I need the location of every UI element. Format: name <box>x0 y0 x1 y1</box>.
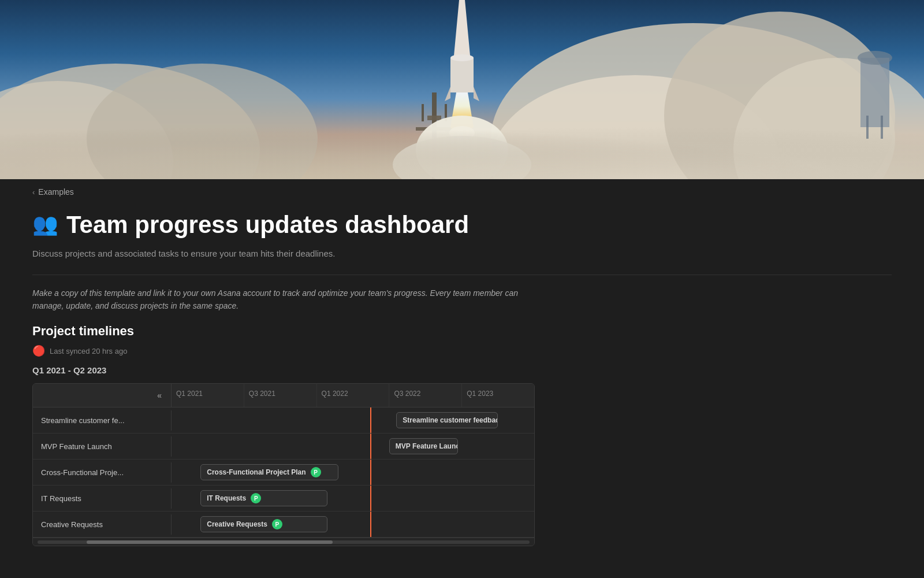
quarter-q1-2021: Q1 2021 <box>172 384 244 407</box>
task-label-mvp: MVP Feature Launch <box>396 442 458 450</box>
table-row: MVP Feature Launch MVP Feature Launch P <box>33 433 534 460</box>
scrollbar[interactable] <box>33 538 534 546</box>
svg-rect-27 <box>881 116 883 139</box>
section-title-timelines: Project timelines <box>32 324 892 339</box>
row-label-crossfunc[interactable]: Cross-Functional Proje... <box>33 462 172 483</box>
scrollbar-track[interactable] <box>38 540 530 544</box>
svg-point-15 <box>450 54 474 61</box>
svg-rect-14 <box>450 58 474 92</box>
task-bar-creative[interactable]: Creative Requests P <box>200 516 327 532</box>
svg-rect-24 <box>860 58 889 127</box>
page-subtitle: Discuss projects and associated tasks to… <box>32 243 892 272</box>
timeline-label-header: « <box>33 384 172 407</box>
quarter-q3-2022: Q3 2022 <box>389 384 462 407</box>
current-date-line <box>370 486 371 511</box>
quarter-q3-2021: Q3 2021 <box>244 384 317 407</box>
svg-rect-26 <box>866 116 869 139</box>
row-label-it[interactable]: IT Requests <box>33 488 172 509</box>
sync-icon: 🔴 <box>32 344 45 357</box>
table-row: Cross-Functional Proje... Cross-Function… <box>33 460 534 486</box>
scrollbar-thumb[interactable] <box>87 540 333 544</box>
breadcrumb-label[interactable]: Examples <box>38 187 73 197</box>
timeline-quarters: Q1 2021 Q3 2021 Q1 2022 Q3 2022 Q1 2023 <box>172 384 534 407</box>
breadcrumb[interactable]: ‹ Examples <box>32 179 892 202</box>
task-badge-creative: P <box>272 519 282 529</box>
hero-banner <box>0 0 924 179</box>
table-row: Streamline customer fe... Streamline cus… <box>33 407 534 433</box>
page-title: Team progress updates dashboard <box>66 212 469 238</box>
table-row: Creative Requests Creative Requests P <box>33 512 534 538</box>
breadcrumb-chevron-icon: ‹ <box>32 188 35 197</box>
page-description: Make a copy of this template and link it… <box>32 287 523 313</box>
row-timeline-streamline: Streamline customer feedback... P <box>172 407 534 433</box>
row-timeline-mvp: MVP Feature Launch P <box>172 433 534 459</box>
row-label-mvp[interactable]: MVP Feature Launch <box>33 436 172 457</box>
task-label-it: IT Requests <box>207 494 246 502</box>
date-range: Q1 2021 - Q2 2023 <box>32 365 892 375</box>
sync-info: 🔴 Last synced 20 hrs ago <box>32 344 892 357</box>
row-label-creative[interactable]: Creative Requests <box>33 514 172 535</box>
page-emoji-icon: 👥 <box>32 214 58 235</box>
task-label-creative: Creative Requests <box>207 520 267 528</box>
quarter-q1-2023: Q1 2023 <box>462 384 534 407</box>
page-header: 👥 Team progress updates dashboard <box>32 202 892 243</box>
row-timeline-creative: Creative Requests P <box>172 512 534 537</box>
task-badge-crossfunc: P <box>311 467 321 477</box>
table-row: IT Requests IT Requests P <box>33 486 534 512</box>
current-date-line <box>370 512 371 537</box>
task-badge-it: P <box>251 493 261 503</box>
svg-rect-23 <box>0 92 924 179</box>
row-timeline-crossfunc: Cross-Functional Project Plan P <box>172 460 534 485</box>
task-bar-mvp[interactable]: MVP Feature Launch P <box>389 438 458 454</box>
task-bar-it[interactable]: IT Requests P <box>200 490 327 506</box>
task-label-crossfunc: Cross-Functional Project Plan <box>207 468 305 476</box>
timeline-header: « Q1 2021 Q3 2021 Q1 2022 Q3 2022 Q1 202… <box>33 384 534 407</box>
sync-text: Last synced 20 hrs ago <box>50 347 127 355</box>
task-label-streamline: Streamline customer feedback... <box>403 416 498 424</box>
row-timeline-it: IT Requests P <box>172 486 534 511</box>
task-bar-crossfunc[interactable]: Cross-Functional Project Plan P <box>200 464 338 480</box>
timeline-widget: « Q1 2021 Q3 2021 Q1 2022 Q3 2022 Q1 202… <box>32 383 535 546</box>
collapse-button[interactable]: « <box>155 390 164 401</box>
divider <box>32 275 892 275</box>
quarter-q1-2022: Q1 2022 <box>317 384 390 407</box>
row-label-streamline[interactable]: Streamline customer fe... <box>33 410 172 431</box>
current-date-line <box>370 433 371 459</box>
task-bar-streamline[interactable]: Streamline customer feedback... P <box>396 412 498 428</box>
current-date-line <box>370 460 371 485</box>
svg-point-25 <box>858 51 892 65</box>
main-content: ‹ Examples 👥 Team progress updates dashb… <box>0 179 924 546</box>
current-date-line <box>370 407 371 433</box>
